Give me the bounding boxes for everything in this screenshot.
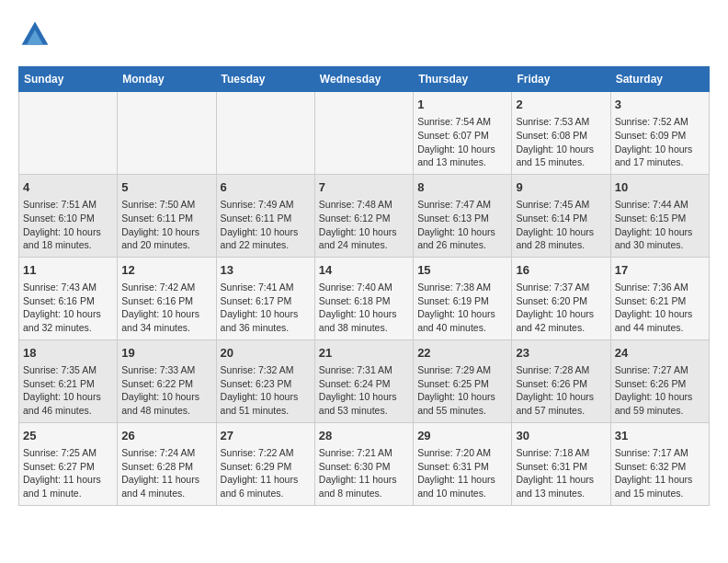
calendar-cell: 26Sunrise: 7:24 AM Sunset: 6:28 PM Dayli… <box>118 422 216 505</box>
day-number: 10 <box>615 179 705 196</box>
weekday-header-row: SundayMondayTuesdayWednesdayThursdayFrid… <box>19 67 710 92</box>
day-number: 21 <box>319 345 409 362</box>
day-number: 19 <box>121 345 211 362</box>
calendar-cell: 5Sunrise: 7:50 AM Sunset: 6:11 PM Daylig… <box>118 174 216 257</box>
page-header <box>18 18 710 52</box>
day-number: 5 <box>121 179 211 196</box>
day-info: Sunrise: 7:32 AM Sunset: 6:23 PM Dayligh… <box>221 363 311 418</box>
calendar-cell <box>19 92 118 175</box>
weekday-header-friday: Friday <box>512 67 610 92</box>
calendar-cell <box>216 92 314 175</box>
calendar-cell: 9Sunrise: 7:45 AM Sunset: 6:14 PM Daylig… <box>512 174 610 257</box>
day-number: 13 <box>221 262 311 279</box>
day-info: Sunrise: 7:24 AM Sunset: 6:28 PM Dayligh… <box>121 446 211 500</box>
day-info: Sunrise: 7:21 AM Sunset: 6:30 PM Dayligh… <box>319 446 409 500</box>
day-info: Sunrise: 7:22 AM Sunset: 6:29 PM Dayligh… <box>221 446 311 500</box>
calendar-cell: 10Sunrise: 7:44 AM Sunset: 6:15 PM Dayli… <box>610 174 709 257</box>
calendar-cell <box>118 92 216 175</box>
day-info: Sunrise: 7:52 AM Sunset: 6:09 PM Dayligh… <box>615 115 705 169</box>
day-info: Sunrise: 7:41 AM Sunset: 6:17 PM Dayligh… <box>221 281 311 335</box>
day-info: Sunrise: 7:35 AM Sunset: 6:21 PM Dayligh… <box>23 363 113 418</box>
weekday-header-thursday: Thursday <box>414 67 512 92</box>
week-row-4: 18Sunrise: 7:35 AM Sunset: 6:21 PM Dayli… <box>19 339 710 422</box>
calendar-cell: 27Sunrise: 7:22 AM Sunset: 6:29 PM Dayli… <box>216 422 314 505</box>
day-info: Sunrise: 7:33 AM Sunset: 6:22 PM Dayligh… <box>121 363 211 418</box>
calendar-cell: 2Sunrise: 7:53 AM Sunset: 6:08 PM Daylig… <box>512 92 610 175</box>
day-info: Sunrise: 7:18 AM Sunset: 6:31 PM Dayligh… <box>516 446 606 500</box>
day-number: 14 <box>319 262 409 279</box>
day-info: Sunrise: 7:36 AM Sunset: 6:21 PM Dayligh… <box>615 281 705 335</box>
calendar-cell: 16Sunrise: 7:37 AM Sunset: 6:20 PM Dayli… <box>512 257 610 339</box>
calendar-cell: 8Sunrise: 7:47 AM Sunset: 6:13 PM Daylig… <box>414 174 512 257</box>
weekday-header-saturday: Saturday <box>610 67 709 92</box>
day-number: 20 <box>221 345 311 362</box>
day-number: 2 <box>516 97 606 113</box>
day-number: 8 <box>417 179 507 196</box>
calendar-cell: 22Sunrise: 7:29 AM Sunset: 6:25 PM Dayli… <box>414 339 512 422</box>
calendar-cell: 1Sunrise: 7:54 AM Sunset: 6:07 PM Daylig… <box>414 92 512 175</box>
day-info: Sunrise: 7:28 AM Sunset: 6:26 PM Dayligh… <box>516 363 606 418</box>
day-info: Sunrise: 7:38 AM Sunset: 6:19 PM Dayligh… <box>417 281 507 335</box>
day-info: Sunrise: 7:37 AM Sunset: 6:20 PM Dayligh… <box>516 281 606 335</box>
weekday-header-wednesday: Wednesday <box>314 67 413 92</box>
day-info: Sunrise: 7:17 AM Sunset: 6:32 PM Dayligh… <box>615 446 705 500</box>
calendar-cell: 28Sunrise: 7:21 AM Sunset: 6:30 PM Dayli… <box>314 422 413 505</box>
calendar-cell: 11Sunrise: 7:43 AM Sunset: 6:16 PM Dayli… <box>19 257 118 339</box>
calendar-cell: 7Sunrise: 7:48 AM Sunset: 6:12 PM Daylig… <box>314 174 413 257</box>
day-info: Sunrise: 7:42 AM Sunset: 6:16 PM Dayligh… <box>121 281 211 335</box>
day-info: Sunrise: 7:44 AM Sunset: 6:15 PM Dayligh… <box>615 198 705 252</box>
day-info: Sunrise: 7:29 AM Sunset: 6:25 PM Dayligh… <box>417 363 507 418</box>
calendar-cell: 18Sunrise: 7:35 AM Sunset: 6:21 PM Dayli… <box>19 339 118 422</box>
weekday-header-monday: Monday <box>118 67 216 92</box>
day-number: 6 <box>221 179 311 196</box>
calendar-cell: 14Sunrise: 7:40 AM Sunset: 6:18 PM Dayli… <box>314 257 413 339</box>
calendar-cell: 19Sunrise: 7:33 AM Sunset: 6:22 PM Dayli… <box>118 339 216 422</box>
calendar-cell: 17Sunrise: 7:36 AM Sunset: 6:21 PM Dayli… <box>610 257 709 339</box>
calendar-cell: 12Sunrise: 7:42 AM Sunset: 6:16 PM Dayli… <box>118 257 216 339</box>
day-info: Sunrise: 7:25 AM Sunset: 6:27 PM Dayligh… <box>23 446 113 500</box>
day-number: 22 <box>417 345 507 362</box>
day-number: 27 <box>221 428 311 444</box>
day-info: Sunrise: 7:27 AM Sunset: 6:26 PM Dayligh… <box>615 363 705 418</box>
day-number: 31 <box>615 428 705 444</box>
day-info: Sunrise: 7:50 AM Sunset: 6:11 PM Dayligh… <box>121 198 211 252</box>
day-number: 1 <box>417 97 507 113</box>
day-number: 29 <box>417 428 507 444</box>
day-info: Sunrise: 7:51 AM Sunset: 6:10 PM Dayligh… <box>23 198 113 252</box>
day-number: 26 <box>121 428 211 444</box>
day-number: 4 <box>23 179 113 196</box>
week-row-1: 1Sunrise: 7:54 AM Sunset: 6:07 PM Daylig… <box>19 92 710 175</box>
day-info: Sunrise: 7:49 AM Sunset: 6:11 PM Dayligh… <box>221 198 311 252</box>
day-number: 25 <box>23 428 113 444</box>
day-info: Sunrise: 7:31 AM Sunset: 6:24 PM Dayligh… <box>319 363 409 418</box>
calendar-cell: 4Sunrise: 7:51 AM Sunset: 6:10 PM Daylig… <box>19 174 118 257</box>
day-number: 12 <box>121 262 211 279</box>
week-row-2: 4Sunrise: 7:51 AM Sunset: 6:10 PM Daylig… <box>19 174 710 257</box>
calendar-cell: 24Sunrise: 7:27 AM Sunset: 6:26 PM Dayli… <box>610 339 709 422</box>
day-number: 18 <box>23 345 113 362</box>
day-number: 23 <box>516 345 606 362</box>
calendar-table: SundayMondayTuesdayWednesdayThursdayFrid… <box>18 66 710 506</box>
weekday-header-tuesday: Tuesday <box>216 67 314 92</box>
day-info: Sunrise: 7:53 AM Sunset: 6:08 PM Dayligh… <box>516 115 606 169</box>
logo-icon <box>18 18 51 52</box>
day-info: Sunrise: 7:40 AM Sunset: 6:18 PM Dayligh… <box>319 281 409 335</box>
calendar-cell: 3Sunrise: 7:52 AM Sunset: 6:09 PM Daylig… <box>610 92 709 175</box>
day-number: 11 <box>23 262 113 279</box>
day-number: 9 <box>516 179 606 196</box>
week-row-3: 11Sunrise: 7:43 AM Sunset: 6:16 PM Dayli… <box>19 257 710 339</box>
calendar-cell: 25Sunrise: 7:25 AM Sunset: 6:27 PM Dayli… <box>19 422 118 505</box>
calendar-cell: 6Sunrise: 7:49 AM Sunset: 6:11 PM Daylig… <box>216 174 314 257</box>
calendar-cell: 29Sunrise: 7:20 AM Sunset: 6:31 PM Dayli… <box>414 422 512 505</box>
day-number: 30 <box>516 428 606 444</box>
logo <box>18 18 57 52</box>
day-info: Sunrise: 7:48 AM Sunset: 6:12 PM Dayligh… <box>319 198 409 252</box>
weekday-header-sunday: Sunday <box>19 67 118 92</box>
day-info: Sunrise: 7:47 AM Sunset: 6:13 PM Dayligh… <box>417 198 507 252</box>
day-info: Sunrise: 7:43 AM Sunset: 6:16 PM Dayligh… <box>23 281 113 335</box>
day-number: 17 <box>615 262 705 279</box>
calendar-cell: 21Sunrise: 7:31 AM Sunset: 6:24 PM Dayli… <box>314 339 413 422</box>
day-number: 24 <box>615 345 705 362</box>
calendar-cell: 23Sunrise: 7:28 AM Sunset: 6:26 PM Dayli… <box>512 339 610 422</box>
week-row-5: 25Sunrise: 7:25 AM Sunset: 6:27 PM Dayli… <box>19 422 710 505</box>
